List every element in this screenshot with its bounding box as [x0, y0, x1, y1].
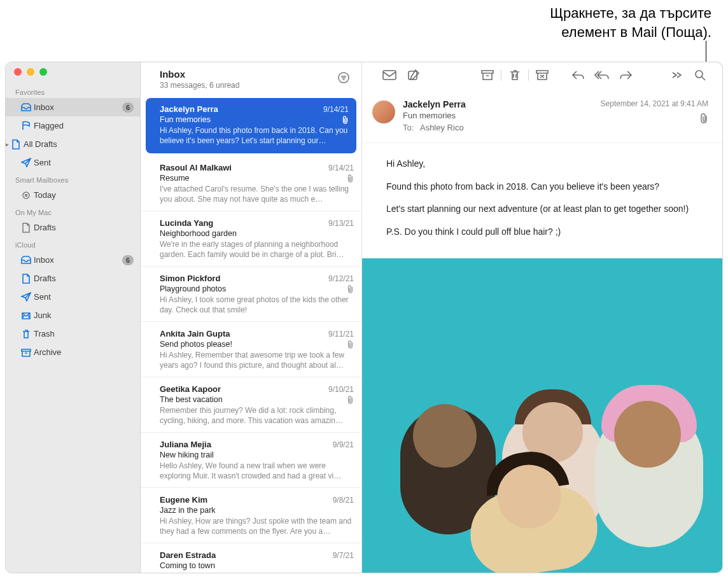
sidebar-item-drafts-local[interactable]: Drafts: [6, 218, 140, 237]
document-icon: [21, 223, 31, 233]
sidebar-item-label: Trash: [34, 329, 134, 338]
subject: Fun memories: [403, 111, 593, 120]
list-subtitle: 33 messages, 6 unread: [160, 81, 239, 90]
section-favorites: Favorites: [6, 84, 140, 98]
callout-line2: елемент в Mail (Поща).: [550, 23, 711, 42]
to-field: To: Ashley Rico: [403, 123, 593, 132]
preview: Hi Ashley, How are things? Just spoke wi…: [160, 516, 354, 536]
sidebar-item-icloud-trash[interactable]: Trash: [6, 324, 140, 343]
toggle-unread-button[interactable]: [377, 66, 402, 84]
sidebar-item-icloud-inbox[interactable]: Inbox 6: [6, 251, 140, 269]
sidebar-item-label: Archive: [34, 347, 134, 357]
svg-rect-3: [383, 71, 396, 80]
preview: Remember this journey? We did a lot: roc…: [160, 405, 354, 426]
body-paragraph: P.S. Do you think I could pull off blue …: [386, 225, 706, 239]
body-paragraph: Let's start planning our next adventure …: [386, 202, 706, 216]
more-button[interactable]: [664, 66, 688, 84]
archive-button[interactable]: [475, 66, 500, 84]
gear-icon: [21, 190, 31, 200]
unread-badge: 6: [122, 102, 134, 113]
attachment-icon: [342, 116, 349, 124]
sender: Daren Estrada: [160, 550, 216, 560]
sender: Rasoul Al Malkawi: [160, 163, 232, 172]
sidebar-item-icloud-drafts[interactable]: Drafts: [6, 269, 140, 288]
message-items: Jackelyn Perra9/14/21Fun memoriesHi Ashl…: [141, 95, 361, 573]
message-row[interactable]: Ankita Jain Gupta9/11/21Send photos plea…: [141, 322, 361, 377]
sidebar-item-icloud-junk[interactable]: Junk: [6, 306, 140, 324]
attachment-icon: [347, 396, 354, 404]
sidebar-item-label: Drafts: [34, 223, 134, 232]
sidebar-item-label: Inbox: [34, 255, 122, 265]
sidebar-item-label: Today: [34, 190, 134, 200]
preview: Hello Ashley, We found a new trail when …: [160, 461, 354, 481]
sidebar-item-label: All Drafts: [24, 139, 134, 149]
paperplane-icon: [21, 158, 31, 168]
junk-icon: [21, 310, 31, 321]
sidebar-item-inbox[interactable]: Inbox 6: [6, 98, 140, 116]
reply-button[interactable]: [566, 66, 590, 84]
section-onmymac: On My Mac: [6, 204, 140, 218]
date: 9/9/21: [333, 440, 354, 449]
sender: Eugene Kim: [160, 495, 207, 505]
window-controls: [6, 68, 140, 76]
from-name: Jackelyn Perra: [403, 99, 593, 109]
filter-button[interactable]: [337, 71, 350, 84]
sidebar-item-label: Drafts: [34, 274, 134, 283]
message-row[interactable]: Eugene Kim9/8/21Jazz in the parkHi Ashle…: [141, 488, 361, 543]
message-row[interactable]: Juliana Mejia9/9/21New hiking trailHello…: [141, 433, 361, 488]
to-label: To:: [403, 123, 414, 132]
preview: Hi Ashley, Found this photo from back in…: [160, 125, 349, 146]
sidebar-item-icloud-archive[interactable]: Archive: [6, 343, 140, 361]
date: 9/8/21: [333, 496, 354, 505]
sidebar-item-label: Flagged: [34, 121, 134, 130]
sidebar-item-flagged[interactable]: Flagged: [6, 116, 140, 135]
message-row[interactable]: Rasoul Al Malkawi9/14/21ResumeI've attac…: [141, 156, 361, 211]
body-paragraph: Hi Ashley,: [386, 157, 706, 171]
avatar: [372, 101, 395, 123]
archive-icon: [21, 347, 31, 358]
sidebar-item-alldrafts[interactable]: ▶ All Drafts: [6, 135, 140, 153]
preview: Hi Ashley, I took some great photos of t…: [160, 295, 354, 315]
sidebar-item-icloud-sent[interactable]: Sent: [6, 288, 140, 306]
search-button[interactable]: [688, 66, 712, 84]
compose-button[interactable]: [402, 66, 426, 84]
svg-point-1: [25, 194, 27, 196]
forward-button[interactable]: [614, 66, 638, 84]
message-row[interactable]: Jackelyn Perra9/14/21Fun memoriesHi Ashl…: [146, 98, 356, 153]
preview: I've attached Carol's resume. She's the …: [160, 184, 354, 204]
junk-button[interactable]: [530, 66, 554, 84]
list-title: Inbox: [160, 69, 239, 81]
close-button[interactable]: [14, 68, 22, 76]
subject: The best vacation: [160, 395, 223, 404]
message-row[interactable]: Geetika Kapoor9/10/21The best vacationRe…: [141, 377, 361, 433]
sender: Lucinda Yang: [160, 218, 213, 228]
attachment-icon[interactable]: [601, 113, 708, 125]
body-paragraph: Found this photo from back in 2018. Can …: [386, 180, 706, 194]
date: 9/7/21: [333, 551, 354, 560]
preview: Hi Ashley, Remember that awesome trip we…: [160, 350, 354, 370]
date: 9/14/21: [328, 164, 354, 172]
attachment-icon: [347, 285, 354, 293]
reply-all-button[interactable]: [590, 66, 614, 84]
sidebar-item-label: Sent: [34, 158, 134, 167]
paperplane-icon: [21, 292, 31, 302]
sidebar-item-today[interactable]: Today: [6, 186, 140, 204]
subject: Jazz in the park: [160, 506, 216, 515]
delete-button[interactable]: [503, 66, 527, 84]
message-row[interactable]: Daren Estrada9/7/21Coming to townHey, st…: [141, 543, 361, 573]
sidebar-item-label: Sent: [34, 292, 134, 302]
inbox-icon: [21, 255, 31, 265]
message-row[interactable]: Simon Pickford9/12/21Playground photosHi…: [141, 267, 361, 322]
zoom-button[interactable]: [39, 68, 47, 76]
subject: New hiking trail: [160, 450, 214, 459]
preview: Hey, stranger. It's been a while since w…: [160, 571, 354, 573]
message-row[interactable]: Lucinda Yang9/13/21Neighborhood gardenWe…: [141, 211, 361, 267]
callout-annotation: Щракнете, за да търсите елемент в Mail (…: [550, 4, 711, 41]
attachment-icon: [347, 174, 354, 183]
trash-icon: [21, 329, 31, 339]
attachment-icon: [347, 340, 354, 349]
disclosure-icon[interactable]: ▶: [5, 141, 9, 148]
sender: Ankita Jain Gupta: [160, 329, 230, 338]
sidebar-item-sent[interactable]: Sent: [6, 153, 140, 172]
minimize-button[interactable]: [27, 68, 34, 76]
